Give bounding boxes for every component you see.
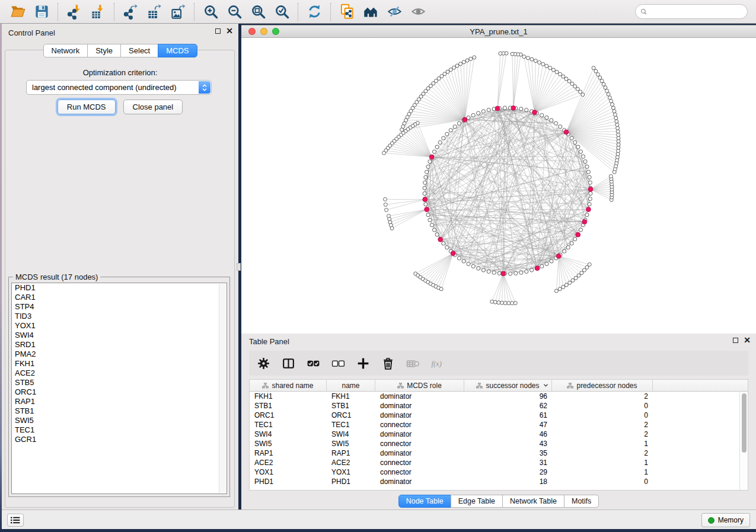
table-cell[interactable]: PHD1 xyxy=(250,477,327,486)
table-row[interactable]: TEC1TEC1connector472 xyxy=(250,420,748,430)
tab-network-table[interactable]: Network Table xyxy=(502,495,564,508)
export-image-button[interactable] xyxy=(166,2,190,22)
mcds-result-item[interactable]: GCR1 xyxy=(12,435,227,444)
mcds-result-item[interactable]: PHD1 xyxy=(12,283,227,293)
table-cell[interactable]: dominator xyxy=(375,411,464,420)
table-scrollbar-thumb[interactable] xyxy=(742,393,747,453)
table-cell[interactable]: dominator xyxy=(375,448,464,458)
table-cell[interactable]: ORC1 xyxy=(250,411,327,420)
table-cell[interactable]: ACE2 xyxy=(327,458,375,467)
table-cell[interactable]: 0 xyxy=(552,477,653,486)
memory-button[interactable]: Memory xyxy=(701,513,750,527)
tab-motifs[interactable]: Motifs xyxy=(564,495,599,508)
table-cell[interactable]: ORC1 xyxy=(327,411,375,420)
table-cell[interactable]: RAP1 xyxy=(250,448,327,458)
panel-splitter-handle[interactable] xyxy=(237,263,241,271)
run-mcds-button[interactable]: Run MCDS xyxy=(58,100,116,114)
table-cell[interactable]: SWI4 xyxy=(327,430,375,439)
network-canvas[interactable] xyxy=(241,38,756,334)
column-header-name[interactable]: name xyxy=(327,380,375,391)
mcds-result-item[interactable]: PMA2 xyxy=(12,350,227,359)
close-panel-button[interactable]: Close panel xyxy=(123,100,183,114)
table-cell[interactable]: 1 xyxy=(552,467,653,477)
table-cell[interactable]: 61 xyxy=(464,411,552,420)
table-cell[interactable]: 43 xyxy=(464,439,552,448)
table-row[interactable]: YOX1YOX1connector291 xyxy=(250,467,748,477)
float-table-panel-icon[interactable] xyxy=(733,338,738,343)
table-cell[interactable]: 1 xyxy=(552,439,653,448)
destroy-table-button[interactable] xyxy=(402,352,424,374)
table-cell[interactable]: dominator xyxy=(375,477,464,486)
table-cell[interactable]: 2 xyxy=(552,430,653,439)
table-row[interactable]: RAP1RAP1dominator352 xyxy=(250,448,748,458)
mcds-result-item[interactable]: STP4 xyxy=(12,302,227,312)
table-cell[interactable]: 2 xyxy=(552,448,653,458)
mcds-result-item[interactable]: CAR1 xyxy=(12,293,227,302)
refresh-button[interactable] xyxy=(302,2,326,22)
table-row[interactable]: FKH1FKH1dominator962 xyxy=(250,392,748,401)
mcds-result-item[interactable]: ORC1 xyxy=(12,387,227,397)
mcds-result-item[interactable]: SRD1 xyxy=(12,340,227,350)
tab-node-table[interactable]: Node Table xyxy=(398,495,451,508)
table-settings-button[interactable] xyxy=(253,352,275,374)
tab-select[interactable]: Select xyxy=(120,44,158,57)
table-cell[interactable]: dominator xyxy=(375,430,464,439)
table-cell[interactable]: 1 xyxy=(552,458,653,467)
mcds-result-item[interactable]: STB5 xyxy=(12,378,227,387)
table-cell[interactable]: connector xyxy=(375,467,464,477)
open-file-button[interactable] xyxy=(6,2,30,22)
table-cell[interactable]: YOX1 xyxy=(327,467,375,477)
table-cell[interactable]: 31 xyxy=(464,458,552,467)
zoom-fit-button[interactable] xyxy=(246,2,270,22)
table-cell[interactable]: SWI4 xyxy=(250,430,327,439)
table-cell[interactable]: FKH1 xyxy=(250,392,327,401)
mcds-result-item[interactable]: SWI5 xyxy=(12,416,227,425)
table-row[interactable]: SWI4SWI4dominator462 xyxy=(250,430,748,439)
close-panel-icon[interactable]: ✕ xyxy=(226,28,233,34)
tab-edge-table[interactable]: Edge Table xyxy=(451,495,503,508)
select-all-rows-button[interactable] xyxy=(302,352,324,374)
first-neighbors-button[interactable] xyxy=(359,2,382,22)
table-cell[interactable]: 2 xyxy=(552,392,653,401)
mcds-result-item[interactable]: TEC1 xyxy=(12,425,227,435)
table-row[interactable]: ACE2ACE2connector311 xyxy=(250,458,748,467)
column-view-button[interactable] xyxy=(277,352,299,374)
import-network-button[interactable] xyxy=(62,2,86,22)
zoom-in-button[interactable] xyxy=(199,2,222,22)
column-header-shared-name[interactable]: shared name xyxy=(250,380,327,391)
table-cell[interactable]: RAP1 xyxy=(327,448,375,458)
zoom-selected-button[interactable] xyxy=(270,2,294,22)
table-cell[interactable]: connector xyxy=(375,420,464,430)
table-cell[interactable]: 46 xyxy=(464,430,552,439)
table-cell[interactable]: connector xyxy=(375,458,464,467)
search-input[interactable] xyxy=(650,8,742,16)
table-cell[interactable]: connector xyxy=(375,439,464,448)
table-cell[interactable]: dominator xyxy=(375,401,464,411)
table-cell[interactable]: SWI5 xyxy=(250,439,327,448)
table-cell[interactable]: 18 xyxy=(464,477,552,486)
table-cell[interactable]: 0 xyxy=(552,411,653,420)
tab-style[interactable]: Style xyxy=(87,44,121,57)
search-field[interactable] xyxy=(635,4,748,19)
table-cell[interactable]: SWI5 xyxy=(327,439,375,448)
table-cell[interactable]: ACE2 xyxy=(250,458,327,467)
table-cell[interactable]: STB1 xyxy=(327,401,375,411)
export-table-button[interactable] xyxy=(142,2,166,22)
zoom-out-button[interactable] xyxy=(222,2,246,22)
table-cell[interactable]: 47 xyxy=(464,420,552,430)
clone-network-button[interactable] xyxy=(335,2,359,22)
mcds-result-item[interactable]: RAP1 xyxy=(12,397,227,406)
save-session-button[interactable] xyxy=(30,2,53,22)
mcds-result-item[interactable]: YOX1 xyxy=(12,321,227,331)
mcds-result-item[interactable]: FKH1 xyxy=(12,359,227,368)
network-graph[interactable] xyxy=(241,38,756,334)
table-row[interactable]: SWI5SWI5connector431 xyxy=(250,439,748,448)
table-cell[interactable]: 35 xyxy=(464,448,552,458)
mcds-result-item[interactable]: SWI4 xyxy=(12,331,227,340)
delete-row-button[interactable] xyxy=(377,352,399,374)
column-header-MCDS-role[interactable]: MCDS role xyxy=(375,380,464,391)
close-table-panel-icon[interactable]: ✕ xyxy=(744,338,751,343)
add-row-button[interactable] xyxy=(352,352,374,374)
table-cell[interactable]: STB1 xyxy=(250,401,327,411)
export-network-button[interactable] xyxy=(119,2,142,22)
